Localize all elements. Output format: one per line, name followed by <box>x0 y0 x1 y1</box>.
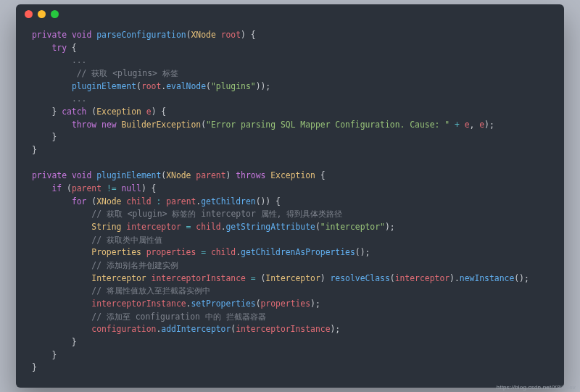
kw-try: try <box>51 43 67 53</box>
type-Exception: Exception <box>96 107 141 117</box>
type-Properties: Properties <box>91 247 141 257</box>
str-plugins: "plugins" <box>211 81 256 91</box>
param-parent: parent <box>196 170 225 180</box>
kw-void2: void <box>72 170 91 180</box>
titlebar <box>16 4 564 25</box>
comment-add-config: // 添加至 configuration 中的 拦截器容器 <box>91 312 265 322</box>
zoom-icon[interactable] <box>51 10 59 18</box>
kw-if: if <box>51 183 62 193</box>
fn-newInstance: newInstance <box>460 273 514 283</box>
kw-null: null <box>121 183 141 193</box>
fn-getStringAttribute: getStringAttribute <box>225 222 315 232</box>
type-XNode: XNode <box>191 30 215 40</box>
type-Exception2: Exception <box>270 170 315 180</box>
kw-for: for <box>72 196 87 207</box>
kw-private2: private <box>32 170 67 180</box>
param-interceptor2: interceptor <box>395 273 450 283</box>
type-BuilderException: BuilderException <box>121 120 201 130</box>
kw-new: new <box>102 120 117 130</box>
comment-set-props: // 将属性值放入至拦截器实例中 <box>91 285 210 296</box>
fn-parseConfiguration: parseConfiguration <box>96 30 186 40</box>
kw-void: void <box>72 30 91 40</box>
comment-plugin-attr: // 获取 <plugin> 标签的 interceptor 属性, 得到具体类… <box>91 209 342 219</box>
var-interceptor: interceptor <box>126 222 181 232</box>
fn-evalNode: evalNode <box>166 81 206 91</box>
var-configuration: configuration <box>91 324 156 334</box>
param-child2: child <box>196 222 220 232</box>
code-area: private void parseConfiguration(XNode ro… <box>16 25 564 388</box>
ellipsis2: ... <box>72 93 87 104</box>
fn-getChildrenAsProperties: getChildrenAsProperties <box>241 247 355 257</box>
op-eq1: = <box>186 222 191 232</box>
str-error: "Error parsing SQL Mapper Configuration.… <box>206 120 450 130</box>
param-e3: e <box>479 120 484 130</box>
comment-plugins: // 获取 <plugins> 标签 <box>77 68 178 78</box>
type-String: String <box>91 222 121 232</box>
kw-throw: throw <box>72 120 96 130</box>
op-plus: + <box>455 120 460 130</box>
watermark: https://blog.csdn.net/X8i0Bev <box>497 384 576 391</box>
comment-alias: // 添加别名并创建实例 <box>91 260 178 270</box>
fn-pluginElement: pluginElement <box>96 170 161 180</box>
type-XNode2: XNode <box>166 170 191 180</box>
kw-catch: catch <box>62 107 86 117</box>
close-icon[interactable] <box>25 10 33 18</box>
param-e: e <box>146 107 152 117</box>
op-colon: : <box>156 196 161 207</box>
param-child: child <box>126 196 151 207</box>
var-properties: properties <box>146 247 196 257</box>
param-root2: root <box>141 81 161 91</box>
kw-private: private <box>32 30 67 40</box>
param-root: root <box>221 30 241 40</box>
param-interceptorInstance3: interceptorInstance <box>236 324 330 334</box>
str-interceptor: "interceptor" <box>320 222 385 232</box>
op-ne: != <box>107 183 117 193</box>
type-Interceptor: Interceptor <box>91 273 146 283</box>
kw-throws: throws <box>236 170 265 180</box>
var-interceptorInstance: interceptorInstance <box>152 273 246 283</box>
param-child3: child <box>211 247 236 257</box>
fn-getChildren: getChildren <box>201 196 255 207</box>
fn-addInterceptor: addInterceptor <box>161 324 231 334</box>
code-window: private void parseConfiguration(XNode ro… <box>16 4 564 388</box>
param-parent3: parent <box>166 196 196 207</box>
type-Interceptor2: Interceptor <box>265 273 320 283</box>
fn-pluginElement-call: pluginElement <box>72 81 136 91</box>
fn-resolveClass: resolveClass <box>331 273 390 283</box>
param-parent2: parent <box>72 183 102 193</box>
fn-setProperties: setProperties <box>191 299 255 309</box>
op-eq3: = <box>251 273 256 283</box>
comment-get-props: // 获取类中属性值 <box>91 235 162 245</box>
param-properties2: properties <box>260 299 310 309</box>
op-eq2: = <box>201 247 206 257</box>
param-e2: e <box>465 120 470 130</box>
ellipsis: ... <box>72 55 87 65</box>
minimize-icon[interactable] <box>38 10 46 18</box>
var-interceptorInstance2: interceptorInstance <box>91 299 186 309</box>
type-XNode3: XNode <box>96 196 121 207</box>
